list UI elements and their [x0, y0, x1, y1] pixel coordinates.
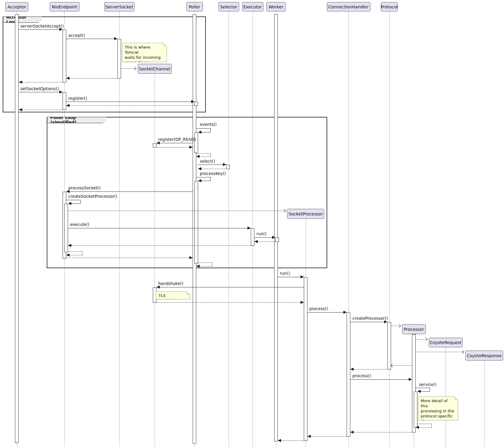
sequence-diagram: Acceptor LoopPoller Loop (simplified)ser…	[0, 0, 504, 448]
activation-bar-protocol	[387, 322, 391, 369]
arrowhead-icon	[66, 254, 70, 257]
arrowhead-icon	[66, 190, 70, 193]
arrowhead-icon	[198, 179, 201, 182]
self-message-line	[196, 128, 211, 129]
arrowhead-icon	[189, 146, 193, 149]
frame-acceptor-loop	[3, 16, 206, 112]
return-line	[350, 369, 387, 369]
message-line	[68, 228, 251, 228]
message-label: accept()	[68, 33, 85, 38]
return-line	[66, 78, 117, 79]
arrowhead-icon	[254, 240, 258, 243]
participant-processor: Processor	[402, 324, 426, 334]
activation-bar-poller	[194, 132, 198, 153]
message-label: process()	[309, 306, 328, 311]
message-label: createSocketProcessor()	[68, 194, 117, 199]
return-line	[307, 436, 347, 437]
participant-worker: Worker	[266, 2, 286, 11]
activation-bar-executor	[251, 228, 254, 246]
return-line	[19, 82, 63, 82]
self-message-line	[416, 388, 430, 388]
message-label: register(OP_READ)	[158, 137, 196, 142]
frame-title: Acceptor Loop	[6, 15, 38, 24]
note-0: This is where Tomcatwaits for incomingco…	[122, 43, 167, 62]
message-label: setSocketOptions()	[20, 86, 59, 91]
message-label: select()	[200, 159, 215, 164]
arrowhead-icon	[189, 256, 193, 259]
open-arrowhead-icon	[397, 324, 401, 328]
self-message-line	[196, 153, 211, 154]
activation-bar-processor	[414, 392, 417, 428]
arrowhead-icon	[66, 104, 70, 107]
return-line	[156, 302, 304, 303]
arrowhead-icon	[278, 439, 281, 442]
self-message-line	[210, 177, 211, 181]
activation-bar-nioendpoint	[64, 204, 68, 252]
arrowhead-icon	[350, 368, 354, 371]
participant-protocol: Protocol	[381, 2, 398, 11]
message-label: execute()	[70, 222, 89, 227]
self-message-line	[201, 132, 211, 132]
return-line	[66, 258, 193, 258]
self-message-line	[199, 266, 212, 266]
return-line	[278, 441, 304, 441]
message-label: handshake()	[158, 281, 183, 286]
return-line	[19, 110, 63, 110]
activation-bar-poller	[194, 181, 198, 264]
arrowhead-icon	[301, 275, 304, 278]
arrowhead-icon	[248, 227, 251, 230]
arrowhead-icon	[343, 311, 347, 314]
arrowhead-icon	[384, 320, 387, 323]
arrowhead-icon	[196, 155, 200, 158]
participant-nioendpoint: NioEndpoint	[50, 2, 79, 11]
note-text-line: This is where Tomcat	[125, 45, 164, 55]
arrowhead-icon	[191, 100, 194, 103]
open-arrowhead-icon	[391, 363, 395, 367]
arrowhead-icon	[59, 90, 63, 93]
message-label: serverSocketAccept()	[20, 24, 64, 28]
arrowhead-icon	[68, 202, 71, 205]
arrowhead-icon	[114, 37, 117, 40]
note-2: More detail of thisprocessing in theprot…	[418, 396, 458, 420]
participant-serversocket: ServerSocket	[104, 2, 135, 11]
lifeline-protocol	[389, 11, 390, 447]
message-label: events()	[200, 122, 217, 127]
note-text-line: More detail of this	[421, 398, 455, 408]
arrowhead-icon	[350, 431, 354, 434]
participant-poller: Poller	[186, 2, 203, 11]
message-label: process()	[352, 373, 371, 378]
participant-acceptor: Acceptor	[5, 2, 28, 11]
lifeline-coyoteresponse	[484, 360, 485, 447]
self-message-line	[201, 181, 211, 181]
return-line	[350, 432, 412, 432]
open-arrowhead-icon	[424, 337, 428, 341]
note-fold-corner-icon	[455, 396, 458, 400]
participant-socketprocessor: SocketProcessor	[287, 209, 324, 219]
arrowhead-icon	[198, 167, 201, 170]
message-label: processSocket()	[68, 185, 101, 190]
open-arrowhead-icon	[460, 350, 464, 354]
activation-bar-socketprocessor	[304, 277, 307, 441]
note-1: TLS handshake	[156, 291, 190, 299]
thread-bar-acceptor	[15, 14, 19, 443]
participant-connectionhandler: ConnectionHandler	[327, 2, 370, 11]
message-line	[156, 287, 304, 287]
message-label: register()	[68, 96, 87, 101]
arrowhead-icon	[19, 108, 22, 111]
arrowhead-icon	[301, 301, 304, 304]
self-message-line	[69, 255, 82, 255]
participant-socketchannel: SocketChannel	[138, 64, 172, 74]
message-line	[198, 165, 226, 165]
message-label: run()	[256, 231, 266, 236]
arrowhead-icon	[409, 378, 412, 381]
activation-bar-connectionhandler	[347, 313, 350, 437]
message-label: processKey()	[200, 171, 226, 176]
message-line	[66, 191, 193, 192]
self-message-line	[210, 128, 211, 132]
message-label: run()	[280, 271, 290, 276]
return-line	[198, 169, 226, 169]
return-line	[156, 147, 193, 147]
participant-coyoteresponse: CoyoteResponse	[465, 351, 503, 360]
self-message-line	[68, 251, 82, 252]
message-line	[350, 322, 387, 322]
